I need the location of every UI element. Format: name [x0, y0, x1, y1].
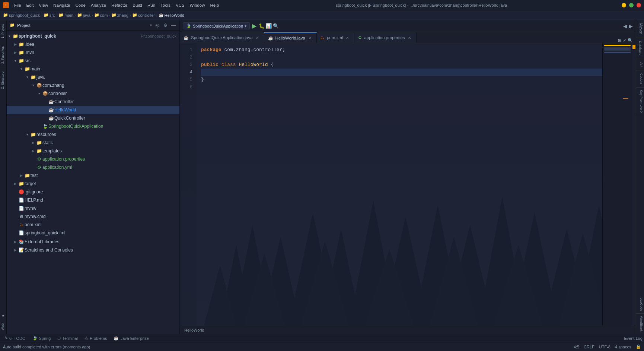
tab-helloworld-close[interactable]: ✕: [307, 36, 312, 41]
right-panel-database-icon[interactable]: Database: [636, 38, 644, 59]
right-tab-ant[interactable]: Ant: [636, 59, 644, 70]
panel-settings-button[interactable]: ⚙: [162, 22, 168, 28]
sidebar-tab-project[interactable]: 1: Project: [0, 20, 6, 42]
tree-application-yml[interactable]: ▶ ⚙ application.yml: [7, 163, 179, 171]
run-button[interactable]: ▶: [252, 22, 256, 29]
status-encoding[interactable]: UTF-8: [599, 345, 610, 349]
right-tab-keypromoter[interactable]: Key Promoter X: [636, 88, 644, 116]
tree-main[interactable]: ▾ 📁 main: [7, 65, 179, 73]
menu-vcs[interactable]: VCS: [173, 2, 187, 8]
tab-springbootapp-close[interactable]: ✕: [255, 35, 259, 40]
status-lock-icon[interactable]: 🔒: [636, 344, 641, 349]
search-everywhere-icon[interactable]: 🔍: [628, 38, 633, 43]
breadcrumb-controller[interactable]: controller: [138, 13, 155, 18]
panel-locate-button[interactable]: ◎: [154, 22, 160, 28]
tree-com-zhang[interactable]: ▾ 📦 com.zhang: [7, 81, 179, 89]
tree-helloworld-java[interactable]: ▶ ☕ HelloWorld: [7, 106, 179, 114]
tree-controller-pkg[interactable]: ▾ 📦 controller: [7, 89, 179, 98]
tree-root[interactable]: ▾ 📁 springboot_quick F:\springboot_quick: [7, 32, 179, 40]
back-button[interactable]: ◀: [623, 23, 627, 29]
tree-mvn[interactable]: ▶ 📁 .mvn: [7, 48, 179, 57]
minimize-button[interactable]: [622, 3, 626, 7]
tree-target[interactable]: ▶ 📁 target: [7, 180, 179, 188]
tab-appprops[interactable]: ⚙ application.properties ✕: [354, 32, 416, 43]
panel-collapse-button[interactable]: —: [170, 22, 176, 28]
maximize-editor-icon[interactable]: ⤢: [623, 38, 626, 43]
forward-button[interactable]: ▶: [629, 23, 633, 29]
tree-java[interactable]: ▾ 📁 java: [7, 73, 179, 81]
tree-external-libraries[interactable]: ▶ 📚 External Libraries: [7, 238, 179, 246]
tab-pom-close[interactable]: ✕: [345, 35, 350, 40]
breadcrumb-java[interactable]: java: [83, 13, 90, 18]
maximize-button[interactable]: [629, 3, 634, 7]
split-editor-icon[interactable]: ⊞: [618, 38, 621, 43]
menu-edit[interactable]: Edit: [24, 2, 36, 8]
editor-scrollbar[interactable]: [632, 43, 636, 326]
sidebar-tab-structure[interactable]: Z: Structure: [0, 67, 6, 93]
status-cursor-position[interactable]: 4:5: [574, 345, 579, 349]
right-tab-idealcode[interactable]: IdeaCode: [636, 294, 644, 313]
tree-springbootapp-java[interactable]: ▶ 🍃 SpringbootQuickApplication: [7, 122, 179, 130]
tree-quickcontroller-java[interactable]: ▶ ☕ QuickController: [7, 114, 179, 122]
problems-icon: ⚠: [85, 336, 88, 341]
right-tab-wordbook[interactable]: WordBook: [636, 314, 644, 334]
bottom-tab-todo[interactable]: ✎ 6: TODO: [1, 335, 29, 342]
menu-code[interactable]: Code: [73, 2, 88, 8]
star-icon[interactable]: ★: [0, 311, 6, 320]
tree-test[interactable]: ▶ 📁 test: [7, 171, 179, 180]
bottom-tab-java-enterprise[interactable]: ☕ Java Enterprise: [111, 335, 152, 342]
event-log-button[interactable]: Event Log: [624, 336, 643, 341]
tree-static[interactable]: ▶ 📁 static: [7, 139, 179, 147]
tree-scratches[interactable]: ▶ 📝 Scratches and Consoles: [7, 246, 179, 254]
bottom-tab-problems[interactable]: ⚠ Problems: [82, 335, 110, 342]
right-tab-maven[interactable]: Maven: [636, 20, 644, 38]
profile-button[interactable]: 🔍: [273, 23, 279, 29]
debug-button[interactable]: 🐛: [259, 23, 265, 29]
close-button[interactable]: [637, 3, 641, 7]
tree-mvnw-cmd[interactable]: ▶ 🖥 mvnw.cmd: [7, 212, 179, 221]
tab-helloworld[interactable]: ☕ HelloWorld.java ✕: [264, 32, 317, 43]
bottom-tab-terminal[interactable]: ⊡ Terminal: [54, 335, 81, 342]
tab-springbootapp[interactable]: ☕ SpringbootQuickApplication.java ✕: [180, 32, 264, 43]
status-indent[interactable]: 4 spaces: [615, 345, 631, 349]
tree-application-props[interactable]: ▶ ⚙ application.properties: [7, 155, 179, 163]
status-line-ending[interactable]: CRLF: [584, 345, 594, 349]
code-editor[interactable]: 1 2 3 4 5 6 package com.zhang.controller…: [180, 43, 636, 326]
menu-run[interactable]: Run: [145, 2, 157, 8]
menu-analyze[interactable]: Analyze: [89, 2, 108, 8]
tree-controller-java[interactable]: ▶ ☕ Controller: [7, 98, 179, 106]
code-content[interactable]: package com.zhang.controller; public cla…: [197, 43, 602, 326]
tree-mvnw[interactable]: ▶ 📄 mvnw: [7, 204, 179, 212]
tree-pom-xml[interactable]: ▶ 🗂 pom.xml: [7, 221, 179, 229]
breadcrumb-main[interactable]: main: [64, 13, 73, 18]
tree-idea[interactable]: ▶ 📁 .idea: [7, 40, 179, 48]
menu-refactor[interactable]: Refactor: [109, 2, 130, 8]
menu-tools[interactable]: Tools: [158, 2, 173, 8]
menu-help[interactable]: Help: [208, 2, 221, 8]
right-tab-codota[interactable]: Codota: [636, 70, 644, 87]
tree-gitignore[interactable]: ▶ 🔴 .gitignore: [7, 188, 179, 196]
tab-pom[interactable]: 🗂 pom.xml ✕: [317, 32, 354, 43]
tab-appprops-close[interactable]: ✕: [407, 35, 412, 40]
tree-src[interactable]: ▾ 📁 src: [7, 57, 179, 65]
bottom-tab-spring[interactable]: 🍃 Spring: [29, 335, 54, 342]
menu-view[interactable]: View: [36, 2, 50, 8]
tree-iml-file[interactable]: ▶ 📄 springboot_quick.iml: [7, 229, 179, 237]
menu-file[interactable]: File: [12, 2, 23, 8]
coverage-button[interactable]: 📊: [266, 23, 272, 29]
breadcrumb-com[interactable]: com: [100, 13, 108, 18]
run-config-selector[interactable]: 🍃 SpringbootQuickApplication ▾: [183, 22, 250, 29]
tree-help-md[interactable]: ▶ 📄 HELP.md: [7, 196, 179, 204]
breadcrumb-springboot-quick[interactable]: springboot_quick: [9, 13, 40, 18]
minimap: —: [602, 43, 632, 326]
breadcrumb-src[interactable]: src: [50, 13, 55, 18]
sidebar-tab-favorites[interactable]: 2: Favorites: [0, 42, 6, 67]
tree-resources[interactable]: ▾ 📁 resources: [7, 130, 179, 139]
breadcrumb-helloworld[interactable]: HelloWorld: [165, 13, 185, 18]
tree-templates[interactable]: ▶ 📁 templates: [7, 147, 179, 155]
breadcrumb-zhang[interactable]: zhang: [117, 13, 128, 18]
sidebar-tab-web[interactable]: Web: [0, 320, 6, 334]
menu-window[interactable]: Window: [188, 2, 207, 8]
menu-build[interactable]: Build: [130, 2, 144, 8]
menu-navigate[interactable]: Navigate: [51, 2, 72, 8]
